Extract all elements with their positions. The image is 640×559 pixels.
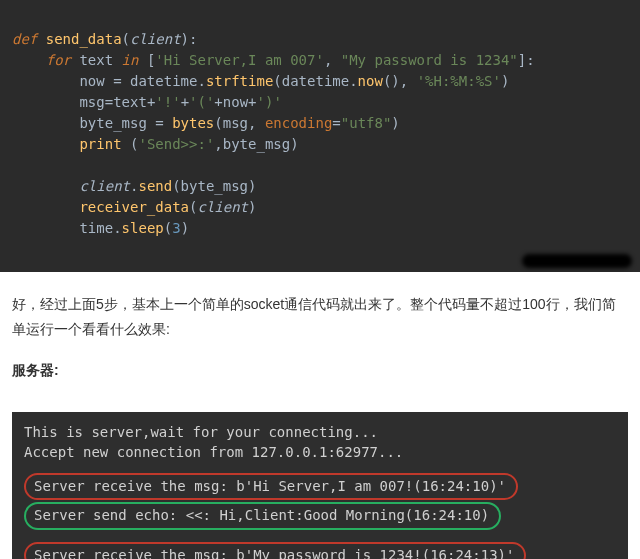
term-line-highlight: Server receive the msg: b'Hi Server,I am… xyxy=(24,472,616,501)
term-line-highlight: Server send echo: <<: Hi,Client:Good Mor… xyxy=(24,501,616,530)
python-code-block: def send_data(client): for text in ['Hi … xyxy=(0,0,640,272)
term-line: Accept new connection from 127.0.0.1:629… xyxy=(24,442,616,462)
article-body: 好，经过上面5步，基本上一个简单的socket通信代码就出来了。整个代码量不超过… xyxy=(0,272,640,412)
highlight-green: Server send echo: <<: Hi,Client:Good Mor… xyxy=(24,502,501,529)
term-line-highlight: Server receive the msg: b'My password is… xyxy=(24,541,616,559)
paragraph-1: 好，经过上面5步，基本上一个简单的socket通信代码就出来了。整个代码量不超过… xyxy=(12,292,628,342)
param: client xyxy=(130,31,181,47)
kw-in: in xyxy=(122,52,147,68)
highlight-red: Server receive the msg: b'My password is… xyxy=(24,542,526,559)
fn-name: send_data xyxy=(46,31,122,47)
highlight-red: Server receive the msg: b'Hi Server,I am… xyxy=(24,473,518,500)
server-terminal-output: This is server,wait for your connecting.… xyxy=(12,412,628,559)
kw-def: def xyxy=(12,31,46,47)
term-line: This is server,wait for your connecting.… xyxy=(24,422,616,442)
redaction-smudge xyxy=(522,254,632,268)
section-header-server: 服务器: xyxy=(12,358,628,383)
kw-for: for xyxy=(46,52,80,68)
